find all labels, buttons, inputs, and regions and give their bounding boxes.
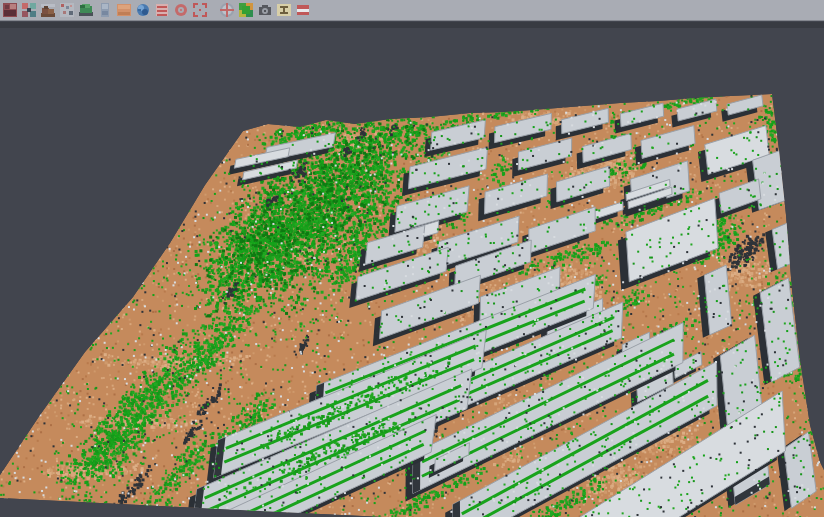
point-cloud-viewport[interactable] — [0, 0, 824, 517]
flag-icon[interactable] — [295, 2, 311, 18]
ground-class-icon[interactable] — [116, 2, 132, 18]
points-icon[interactable] — [59, 2, 75, 18]
clip-icon[interactable] — [2, 2, 18, 18]
toolbar-separator — [211, 2, 216, 18]
camera-icon[interactable] — [257, 2, 273, 18]
classification-icon[interactable] — [238, 2, 254, 18]
profile-icon[interactable] — [97, 2, 113, 18]
select-area-icon[interactable] — [192, 2, 208, 18]
globe-icon[interactable] — [135, 2, 151, 18]
sphere-check-icon[interactable] — [219, 2, 235, 18]
surface-icon[interactable] — [78, 2, 94, 18]
main-toolbar — [0, 0, 824, 21]
terrain-icon[interactable] — [40, 2, 56, 18]
ring-icon[interactable] — [173, 2, 189, 18]
segment-icon[interactable] — [21, 2, 37, 18]
layers-icon[interactable] — [154, 2, 170, 18]
app-window: { "toolbar": { "background": "#a9acb4", … — [0, 0, 824, 517]
measure-icon[interactable] — [276, 2, 292, 18]
